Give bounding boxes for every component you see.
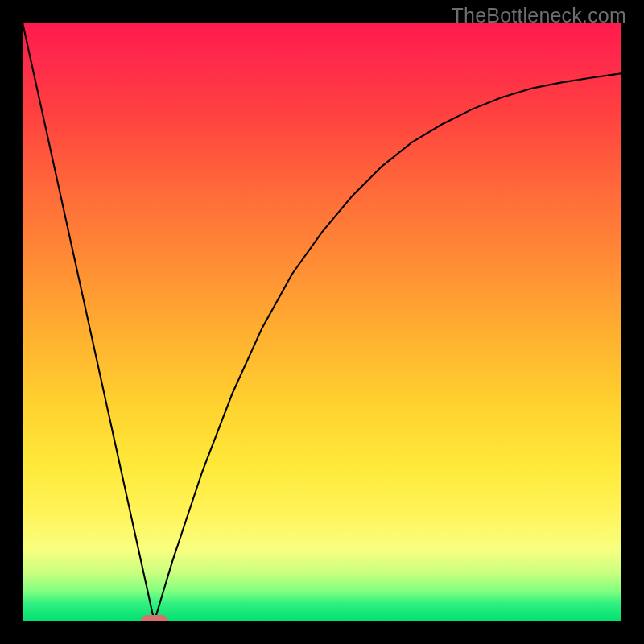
plot-area xyxy=(23,23,621,621)
bottleneck-curve xyxy=(23,23,621,621)
curve-layer xyxy=(23,23,621,621)
minimum-marker xyxy=(141,615,168,621)
